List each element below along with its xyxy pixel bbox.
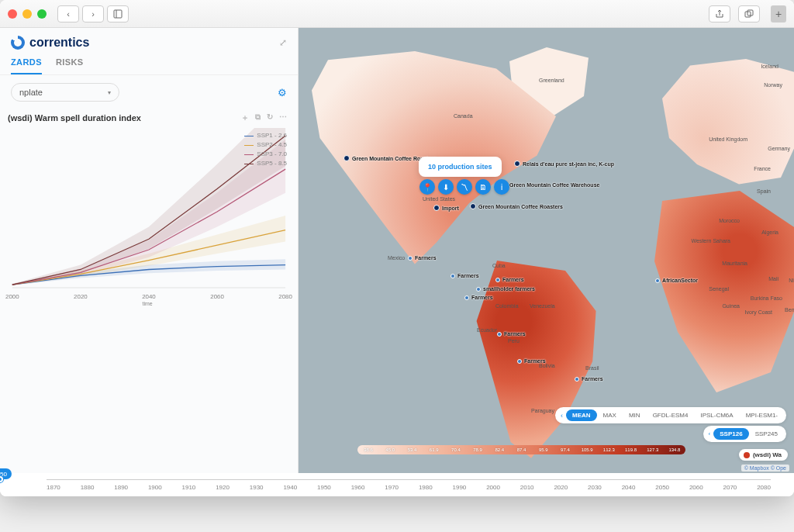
chart-add-button[interactable]: ＋ <box>241 112 249 123</box>
stat-mpi[interactable]: MPI-ESM1- <box>740 409 784 421</box>
map-canvas[interactable]: Canada United States Mexico Greenland Ic… <box>299 28 794 473</box>
country-spain: Spain <box>757 188 771 194</box>
tabs-button[interactable] <box>738 5 760 22</box>
country-guinea: Guinea <box>722 303 740 309</box>
popup-toolbar: 📍 ⬇ 〽 🗎 i <box>419 179 509 195</box>
ssp-126[interactable]: SSP126 <box>713 428 748 440</box>
country-cuba: Cuba <box>492 263 506 268</box>
ssp-245[interactable]: SSP245 <box>749 428 784 440</box>
download-icon[interactable]: ⬇ <box>438 179 454 195</box>
sidebar-toggle[interactable] <box>107 5 129 22</box>
chevron-left-icon-2[interactable]: ‹ <box>706 428 714 440</box>
svg-text:2000: 2000 <box>5 293 19 300</box>
timeline-tick: 1930 <box>250 484 264 491</box>
legend-ssp1: SSP1 - 2.6 <box>257 131 287 140</box>
timeline-tick: 2050 <box>655 484 669 491</box>
site-gm-roasters-2[interactable]: Green Mountain Coffee Roasters <box>470 203 563 209</box>
timeline-tick: 1960 <box>351 484 365 491</box>
site-popup[interactable]: 10 production sites <box>419 157 502 177</box>
site-farmers-pe[interactable]: Farmers <box>497 331 526 337</box>
land-europe <box>662 59 794 191</box>
pin-icon[interactable]: 📍 <box>419 179 435 195</box>
ssp-selector: ‹ SSP126 SSP245 <box>703 426 786 442</box>
site-african-sector[interactable]: AfricanSector <box>655 278 698 283</box>
chart-title: (wsdi) Warm spell duration index <box>8 113 141 123</box>
timeline-tick: 2010 <box>520 484 534 491</box>
tab-risks[interactable]: RISKS <box>56 57 84 74</box>
timeline-tick: 1920 <box>216 484 230 491</box>
stat-ipsl[interactable]: IPSL-CM6A <box>694 409 739 421</box>
scale-tick: 53.4 <box>401 445 423 454</box>
timeline-tick: 2000 <box>486 484 500 491</box>
site-farmers-ca2[interactable]: Farmers <box>464 295 493 300</box>
svg-text:2020: 2020 <box>74 293 88 300</box>
site-gm-warehouse[interactable]: Green Mountain Coffee Warehouse <box>501 181 599 188</box>
chart-refresh-button[interactable]: ↻ <box>267 112 273 123</box>
minimize-window[interactable] <box>22 9 32 19</box>
metric-chip[interactable]: (wsdi) Wa <box>739 449 788 461</box>
timeline-tick: 1990 <box>453 484 467 491</box>
site-farmers-gt[interactable]: Farmers <box>451 273 479 278</box>
country-algeria: Algeria <box>761 230 778 235</box>
timeline-tick: 2030 <box>588 484 602 491</box>
country-niger: Niger <box>789 278 794 283</box>
titlebar: ‹ › + <box>0 0 794 28</box>
stat-min[interactable]: MIN <box>623 409 647 421</box>
site-smallholder[interactable]: smallholder farmers <box>476 286 535 292</box>
info-icon[interactable]: i <box>494 179 509 195</box>
chart-legend: SSP1 - 2.6 SSP2 - 4.5 SSP3 - 7.0 SSP5 - … <box>244 131 287 168</box>
site-farmers-br[interactable]: Farmers <box>575 376 603 382</box>
country-ecuador: Ecuador <box>477 327 497 333</box>
scale-tick: 70.4 <box>445 445 467 454</box>
svg-text:2060: 2060 <box>210 293 224 300</box>
metric-label: (wsdi) Wa <box>753 451 782 458</box>
site-farmers-ca1[interactable]: Farmers <box>495 277 524 282</box>
panel-tabs: ZARDS RISKS <box>0 53 298 75</box>
chart-panel-button[interactable]: ⧉ <box>255 112 261 123</box>
tab-hazards[interactable]: ZARDS <box>11 57 42 74</box>
stat-max[interactable]: MAX <box>597 409 623 421</box>
timeline-tick: 1980 <box>419 484 433 491</box>
country-norway: Norway <box>764 82 782 88</box>
chart-area: SSP1 - 2.6 SSP2 - 4.5 SSP3 - 7.0 SSP5 - … <box>2 128 293 306</box>
maximize-window[interactable] <box>37 9 47 19</box>
metric-color-icon <box>744 452 750 458</box>
forward-button[interactable]: › <box>82 5 104 22</box>
country-morocco: Morocco <box>719 218 740 223</box>
side-panel: correntics ⤢ ZARDS RISKS nplate ▾ ⚙ (wsd… <box>0 28 299 473</box>
template-label: nplate <box>19 88 43 97</box>
timeline[interactable]: 1870188018901900191019201930194019501960… <box>0 473 794 496</box>
scale-tick: 61.9 <box>423 445 445 454</box>
back-button[interactable]: ‹ <box>57 5 79 22</box>
timeline-tick: 1950 <box>317 484 331 491</box>
site-import[interactable]: Import <box>433 205 459 211</box>
chevron-left-icon[interactable]: ‹ <box>558 412 566 420</box>
country-paraguay: Paraguay <box>531 408 554 413</box>
stat-gfdl[interactable]: GFDL-ESM4 <box>647 409 695 421</box>
legend-ssp4: SSP5 - 8.5 <box>257 159 287 168</box>
gear-icon[interactable]: ⚙ <box>278 87 287 98</box>
timeline-tick: 1900 <box>148 484 162 491</box>
timeline-track <box>47 479 771 480</box>
scale-tick: 119.8 <box>620 445 641 454</box>
timeline-handle[interactable] <box>0 476 3 482</box>
site-farmers-bo[interactable]: Farmers <box>517 358 546 364</box>
chart-icon[interactable]: 〽 <box>457 179 472 195</box>
site-relais[interactable]: Relais d'eau pure st-jean inc, K-cup <box>514 161 614 167</box>
country-us: United States <box>423 196 455 202</box>
timeline-tick: 1870 <box>47 484 60 491</box>
expand-icon[interactable]: ⤢ <box>279 37 287 48</box>
share-button[interactable] <box>709 5 730 22</box>
scale-tick: 105.9 <box>576 445 598 454</box>
country-greenland: Greenland <box>539 78 564 83</box>
chevron-down-icon: ▾ <box>108 89 111 96</box>
close-window[interactable] <box>8 9 17 19</box>
stat-mean[interactable]: MEAN <box>566 409 597 421</box>
site-farmers-mx[interactable]: Farmers <box>408 255 437 261</box>
chart-more-button[interactable]: ⋯ <box>279 112 287 123</box>
template-select[interactable]: nplate ▾ <box>11 83 119 102</box>
new-tab-button[interactable]: + <box>771 5 786 22</box>
svg-text:2080: 2080 <box>278 293 292 300</box>
scale-tick: 78.9 <box>467 445 488 454</box>
report-icon[interactable]: 🗎 <box>475 179 491 195</box>
